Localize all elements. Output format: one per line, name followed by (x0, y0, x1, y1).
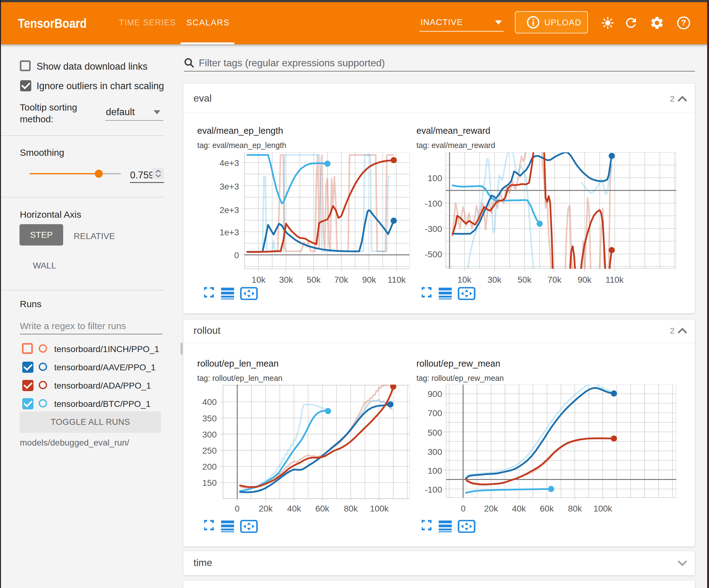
svg-text:?: ? (681, 18, 686, 27)
